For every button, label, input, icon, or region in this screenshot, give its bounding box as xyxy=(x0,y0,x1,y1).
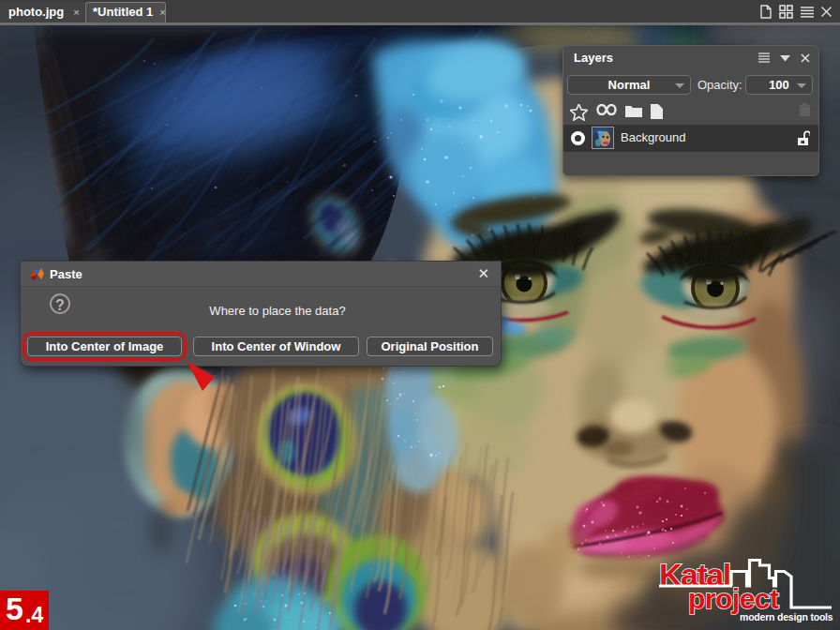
svg-text:project: project xyxy=(688,583,779,614)
svg-text:modern design tools: modern design tools xyxy=(740,611,833,622)
